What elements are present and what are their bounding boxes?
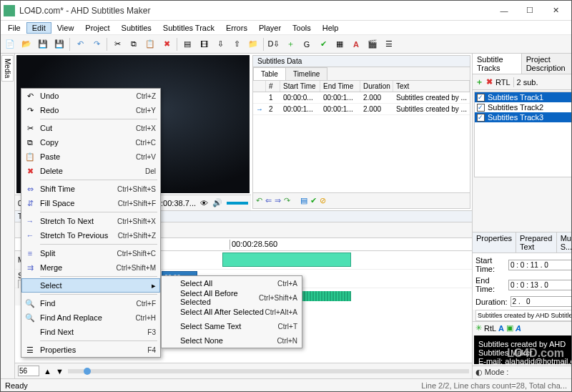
delete-button[interactable]: ✖: [159, 36, 174, 52]
add-style-icon[interactable]: ✳: [475, 323, 482, 333]
submenu-item-select-all-before-selected[interactable]: Select All Before SelectedCtrl+Shift+A: [162, 290, 302, 305]
undo-button[interactable]: ↶: [72, 36, 88, 52]
media-button[interactable]: ▦: [332, 36, 347, 52]
zoom-up-icon[interactable]: ▲: [44, 367, 51, 376]
list-item[interactable]: ✓Subtitles Track1: [475, 92, 571, 102]
d-button[interactable]: D⇩: [266, 36, 282, 52]
menu-item-find-and-replace[interactable]: 🔍Find And ReplaceCtrl+H: [21, 310, 160, 325]
sub-ok-icon[interactable]: ✔: [310, 196, 317, 205]
menu-project[interactable]: Project: [79, 22, 115, 34]
menu-item-stretch-to-previous[interactable]: ←Stretch To PreviousCtrl+Shift+Z: [21, 228, 160, 242]
menu-errors[interactable]: Errors: [220, 22, 253, 34]
menu-item-redo[interactable]: ↷RedoCtrl+Y: [21, 103, 160, 117]
menu-edit[interactable]: Edit: [26, 22, 51, 34]
sub-doc-icon[interactable]: ▤: [300, 196, 307, 205]
copy-button[interactable]: ⧉: [126, 36, 142, 52]
media-tab[interactable]: Media: [1, 55, 14, 82]
list-item[interactable]: ✓Subtitles Track3: [475, 112, 571, 122]
menu-file[interactable]: File: [2, 22, 26, 34]
subtitles-table[interactable]: # Start Time End Time Duration Text 1 00…: [253, 81, 470, 192]
zoom-down-icon[interactable]: ▼: [56, 367, 64, 376]
check-button[interactable]: ✔: [315, 36, 331, 52]
checkbox-icon[interactable]: ✓: [477, 104, 485, 112]
mode-icon[interactable]: ◐: [475, 368, 483, 376]
a-button[interactable]: A: [348, 36, 364, 52]
menu-help[interactable]: Help: [317, 22, 345, 34]
rtl-prop-button[interactable]: RtL: [484, 324, 496, 333]
rtl-button[interactable]: RTL: [495, 78, 511, 87]
sub-jump-start-icon[interactable]: ⇐: [265, 196, 272, 205]
end-time-input[interactable]: [508, 280, 571, 290]
g-button[interactable]: G: [299, 36, 315, 52]
submenu-item-select-same-text[interactable]: Select Same TextCtrl+T: [162, 319, 302, 333]
menu-item-paste[interactable]: 📋PasteCtrl+V: [21, 150, 160, 164]
submenu-item-select-all[interactable]: Select AllCtrl+A: [162, 276, 302, 290]
menu-item-copy[interactable]: ⧉CopyCtrl+C: [21, 135, 160, 150]
volume-slider[interactable]: [227, 202, 248, 205]
menu-item-properties[interactable]: ☰PropertiesF4: [21, 343, 160, 357]
folder-button[interactable]: 📁: [245, 36, 261, 52]
new-button[interactable]: 📄: [2, 36, 18, 52]
submenu-item-select-none[interactable]: Select NoneCtrl+N: [162, 333, 302, 348]
zoom-input[interactable]: [18, 366, 39, 376]
v-button[interactable]: 🎬: [365, 36, 380, 52]
export-button[interactable]: ⇧: [229, 36, 245, 52]
save-button[interactable]: 💾: [35, 36, 51, 52]
menu-subtitles[interactable]: Subtitles: [116, 22, 157, 34]
menu-item-merge[interactable]: ⇉MergeCtrl+Shift+M: [21, 260, 160, 275]
track-list[interactable]: ✓Subtitles Track1 ✓Subtitles Track2 ✓Sub…: [474, 92, 571, 177]
open-button[interactable]: 📂: [19, 36, 34, 52]
tab-timeline[interactable]: Timeline: [285, 67, 327, 80]
add-button[interactable]: ＋: [282, 36, 298, 52]
paste-button[interactable]: 📋: [142, 36, 158, 52]
menu-item-cut[interactable]: ✂CutCtrl+X: [21, 121, 160, 135]
maximize-button[interactable]: ☐: [517, 2, 543, 19]
menu-tools[interactable]: Tools: [287, 22, 317, 34]
menu-item-find[interactable]: 🔍FindCtrl+F: [21, 296, 160, 310]
table-row[interactable]: → 2 00:00:1... 00:00:1... 2.000 Subtitle…: [253, 104, 470, 115]
tab-table[interactable]: Table: [253, 67, 286, 80]
redo-button[interactable]: ↷: [89, 36, 104, 52]
tool-b[interactable]: 🎞: [196, 36, 212, 52]
import-button[interactable]: ⇩: [212, 36, 228, 52]
tab-multiple[interactable]: Multiple S...: [557, 232, 571, 253]
saveas-button[interactable]: 💾: [51, 36, 67, 52]
menu-item-find-next[interactable]: Find NextF3: [21, 325, 160, 339]
media-clip[interactable]: [222, 253, 351, 267]
menu-item-stretch-to-next[interactable]: →Stretch To NextCtrl+Shift+X: [21, 214, 160, 228]
sub-cancel-icon[interactable]: ⊘: [320, 196, 326, 205]
minimize-button[interactable]: —: [491, 2, 517, 19]
color-icon[interactable]: ▣: [506, 323, 513, 333]
timeline-scrollbar[interactable]: [68, 369, 469, 373]
tab-prepared-text[interactable]: Prepared Text: [516, 232, 557, 253]
checkbox-icon[interactable]: ✓: [477, 114, 485, 122]
props-button[interactable]: ☰: [381, 36, 397, 52]
menu-subtitles-track[interactable]: Subtitles Track: [157, 22, 220, 34]
menu-item-undo[interactable]: ↶UndoCtrl+Z: [21, 89, 160, 103]
tab-properties[interactable]: Properties: [473, 232, 516, 253]
duration-input[interactable]: [511, 296, 571, 307]
style-combo[interactable]: Subtitles created by AHD Subtitles Mak..…: [475, 310, 571, 321]
list-item[interactable]: ✓Subtitles Track2: [475, 102, 571, 112]
eye-icon[interactable]: 👁: [200, 199, 208, 207]
tool-a[interactable]: ▤: [179, 36, 195, 52]
cut-button[interactable]: ✂: [109, 36, 125, 52]
remove-track-icon[interactable]: ✖: [486, 77, 493, 87]
font-a-icon[interactable]: A: [498, 324, 504, 333]
submenu-item-select-all-after-selected[interactable]: Select All After SelectedCtrl+Alt+A: [162, 305, 302, 319]
menu-item-select[interactable]: Select▸: [21, 278, 160, 293]
menu-item-shift-time[interactable]: ⇔Shift TimeCtrl+Shift+S: [21, 182, 160, 196]
menu-item-split[interactable]: ≡SplitCtrl+Shift+C: [21, 246, 160, 260]
start-time-input[interactable]: [508, 260, 571, 270]
add-track-icon[interactable]: ＋: [475, 77, 483, 87]
table-row[interactable]: 1 00:00:0... 00:00:1... 2.000 Subtitles …: [253, 92, 470, 104]
sub-jump-end-icon[interactable]: ⇒: [275, 196, 281, 205]
menu-player[interactable]: Player: [253, 22, 287, 34]
menu-item-fill-space[interactable]: ⇵Fill SpaceCtrl+Shift+F: [21, 196, 160, 210]
sub-prev-icon[interactable]: ↶: [256, 196, 262, 205]
checkbox-icon[interactable]: ✓: [477, 94, 485, 102]
menu-item-delete[interactable]: ✖DeleteDel: [21, 164, 160, 178]
volume-icon[interactable]: 🔊: [212, 198, 222, 207]
menu-view[interactable]: View: [51, 22, 80, 34]
tab-project-description[interactable]: Project Description: [522, 54, 571, 74]
